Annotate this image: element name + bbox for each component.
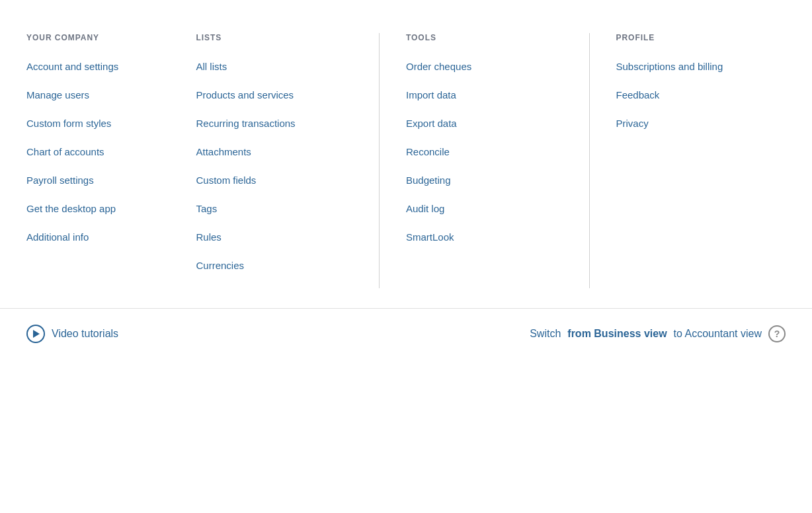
custom-form-styles-link[interactable]: Custom form styles (26, 118, 183, 129)
tags-link[interactable]: Tags (196, 203, 353, 214)
switch-suffix: to Accountant view (674, 328, 762, 340)
additional-info-link[interactable]: Additional info (26, 231, 183, 243)
smartlook-link[interactable]: SmartLook (406, 231, 563, 243)
help-icon[interactable]: ? (768, 325, 786, 342)
products-and-services-link[interactable]: Products and services (196, 89, 353, 100)
switch-view-link[interactable]: Switch from Business view to Accountant … (530, 325, 786, 342)
custom-fields-link[interactable]: Custom fields (196, 175, 353, 186)
all-lists-link[interactable]: All lists (196, 61, 353, 72)
lists-header: LISTS (196, 33, 353, 42)
get-desktop-app-link[interactable]: Get the desktop app (26, 203, 183, 214)
lists-column: LISTS All lists Products and services Re… (196, 33, 380, 288)
your-company-header: YOUR COMPANY (26, 33, 183, 42)
tools-header: TOOLS (406, 33, 563, 42)
budgeting-link[interactable]: Budgeting (406, 175, 563, 186)
subscriptions-billing-link[interactable]: Subscriptions and billing (616, 61, 773, 72)
payroll-settings-link[interactable]: Payroll settings (26, 175, 183, 186)
manage-users-link[interactable]: Manage users (26, 89, 183, 100)
import-data-link[interactable]: Import data (406, 89, 563, 100)
menu-container: YOUR COMPANY Account and settings Manage… (0, 0, 812, 308)
switch-prefix: Switch (530, 328, 561, 340)
audit-log-link[interactable]: Audit log (406, 203, 563, 214)
video-tutorials-label: Video tutorials (52, 328, 118, 340)
order-cheques-link[interactable]: Order cheques (406, 61, 563, 72)
account-and-settings-link[interactable]: Account and settings (26, 61, 183, 72)
recurring-transactions-link[interactable]: Recurring transactions (196, 118, 353, 129)
play-icon (26, 325, 45, 343)
tools-column: TOOLS Order cheques Import data Export d… (380, 33, 590, 288)
help-symbol: ? (774, 329, 780, 339)
video-tutorials-link[interactable]: Video tutorials (26, 325, 118, 343)
currencies-link[interactable]: Currencies (196, 260, 353, 271)
your-company-column: YOUR COMPANY Account and settings Manage… (26, 33, 196, 288)
feedback-link[interactable]: Feedback (616, 89, 773, 100)
reconcile-link[interactable]: Reconcile (406, 146, 563, 157)
attachments-link[interactable]: Attachments (196, 146, 353, 157)
profile-header: PROFILE (616, 33, 773, 42)
switch-bold: from Business view (567, 328, 667, 340)
profile-column: PROFILE Subscriptions and billing Feedba… (590, 33, 786, 288)
play-triangle (33, 330, 40, 338)
export-data-link[interactable]: Export data (406, 118, 563, 129)
privacy-link[interactable]: Privacy (616, 118, 773, 129)
rules-link[interactable]: Rules (196, 231, 353, 243)
chart-of-accounts-link[interactable]: Chart of accounts (26, 146, 183, 157)
footer: Video tutorials Switch from Business vie… (0, 308, 812, 359)
